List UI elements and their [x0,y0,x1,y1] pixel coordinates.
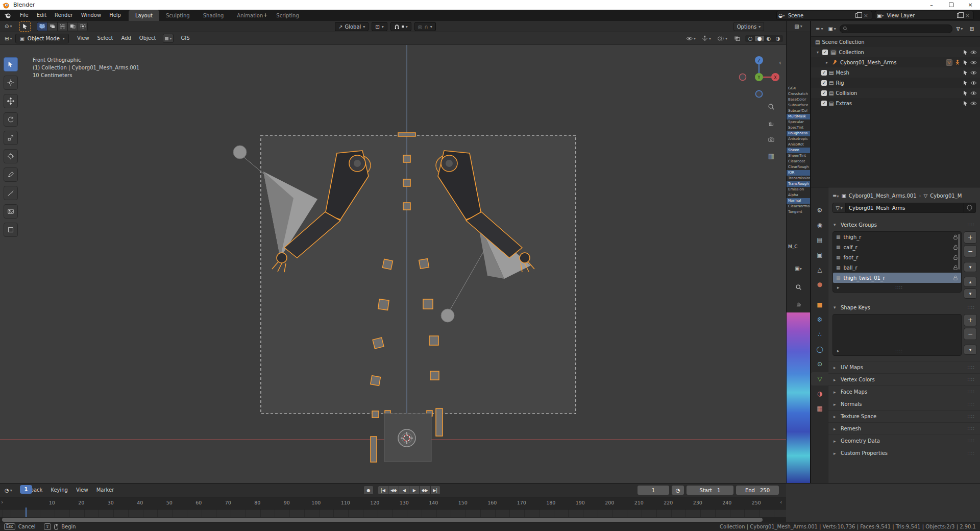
search-input[interactable] [849,26,949,31]
current-frame-field[interactable]: 1 [638,486,669,495]
eye-icon[interactable] [970,70,977,76]
minimize-button[interactable]: – [922,0,941,10]
strip-item[interactable]: SheenTint [787,153,810,159]
strip-item[interactable]: Normal [787,198,810,204]
start-frame-field[interactable]: Start1 [687,486,733,495]
vertex-group-row[interactable]: ▦ ball_r [833,262,961,273]
mode-dropdown[interactable]: ▣ Object Mode▾ [15,34,68,43]
overlays-dropdown[interactable]: ▾ [716,34,729,43]
strip-item[interactable]: SubsurfCol [787,108,810,114]
transport-button[interactable]: ◆▶ [419,486,430,495]
remove-vertex-group-button[interactable]: − [964,245,977,257]
proportional-editing[interactable]: ◎ ∩▾ [414,22,436,31]
vertex-group-row[interactable]: ▦ foot_r [833,252,961,262]
strip-item[interactable]: Emission [787,187,810,192]
strip-item[interactable]: BaseColor [787,97,810,103]
zoom-icon[interactable] [766,101,777,112]
collection-checkbox[interactable]: ✓ [821,90,827,96]
strip-item[interactable]: Specular [787,119,810,125]
workspace-tab[interactable]: Sculpting [159,10,197,21]
grid-ortho-icon[interactable]: ▦ [766,150,777,161]
transport-button[interactable]: ▶ [409,486,419,495]
xray-toggle[interactable] [732,34,742,43]
shape-keys-panel-header[interactable]: ▾ Shape Keys :::: [828,302,980,313]
selectable-icon[interactable] [963,50,968,55]
add-workspace-button[interactable]: + [259,10,272,21]
timeline-menu-item[interactable]: View [72,485,92,496]
selectable-icon[interactable] [963,70,968,76]
move-group-up-button[interactable]: ▴ [964,277,977,287]
strip-options-icon[interactable]: ▣▾ [787,266,810,271]
playhead[interactable] [26,508,27,518]
strip-item[interactable]: Crosshatch [787,91,810,97]
new-scene-icon[interactable] [855,13,860,18]
strip-item[interactable]: Alpha [787,192,810,198]
snap-controls[interactable]: ▾ [390,22,411,31]
properties-tab-physics[interactable]: ◯ [811,343,828,356]
strip-item[interactable]: ClearNormal [787,204,810,209]
gizmos-dropdown[interactable]: ▾ [700,34,713,43]
properties-tab-material[interactable]: ◑ [811,387,828,400]
properties-tab-data[interactable]: ▽ [811,372,828,385]
pan-hand-icon[interactable] [766,117,777,129]
strip-item[interactable]: GGX [787,86,810,91]
tool-gis-primitive[interactable] [4,223,18,237]
eye-icon[interactable] [970,101,977,106]
strip-item[interactable]: IOR [787,170,810,176]
breadcrumb-data[interactable]: Cyborg01_M [930,193,962,199]
active-tool-dropdown[interactable]: ⊙▾ [3,22,13,31]
panel-section-collapsed[interactable]: ▸ Vertex Colors :::: [828,373,980,385]
selectable-icon[interactable] [963,90,968,96]
collection-checkbox[interactable]: ✓ [821,70,827,76]
panel-section-collapsed[interactable]: ▸ Texture Space :::: [828,410,980,422]
vertex-group-specials-menu[interactable]: ▾ [964,262,977,272]
properties-editor-icon[interactable]: ≡▾ [832,193,839,199]
breadcrumb-object[interactable]: Cyborg01_Mesh_Arms.001 [849,193,917,199]
menu-item[interactable]: Edit [33,10,51,21]
properties-tab-output[interactable]: ▤ [811,233,828,247]
collection-checkbox[interactable]: ✓ [822,50,828,55]
eye-icon[interactable] [970,60,977,65]
strip-item[interactable]: Anisotropic [787,136,810,142]
panel-section-collapsed[interactable]: ▸ Remesh :::: [828,422,980,435]
properties-tab-constraints[interactable]: ⊙ [811,357,828,371]
outliner-row-armature-object[interactable]: ▸ Cyborg01_Mesh_Arms ▽ [811,57,980,67]
mode-options-dropdown[interactable]: ▾ [163,34,174,43]
close-button[interactable]: × [961,0,980,10]
strip-item[interactable]: SpecTint [787,125,810,131]
lock-open-icon[interactable] [953,275,958,281]
options-button[interactable]: Options▾ [733,22,764,31]
timeline-menu-item[interactable]: Keying [46,485,72,496]
menu-item[interactable]: Render [51,10,77,21]
panel-section-collapsed[interactable]: ▸ Geometry Data :::: [828,435,980,447]
list-scrollbar[interactable] [958,234,960,270]
timeline-ruler[interactable]: 1020304050607080901001101201301401501601… [0,497,786,509]
shape-key-specials-menu[interactable]: ▾ [964,345,977,355]
tool-rotate[interactable] [4,112,18,127]
outliner-search[interactable] [840,25,952,33]
camera-view-icon[interactable] [766,134,777,145]
workspace-tab[interactable]: Layout [129,10,159,21]
eye-icon[interactable] [970,50,977,55]
eye-icon[interactable] [970,80,977,86]
tool-move[interactable] [4,94,18,108]
blender-app-menu[interactable] [0,10,16,21]
unlink-scene-icon[interactable]: × [862,12,870,19]
outliner-display-mode-dropdown[interactable]: ≡▾ [814,24,824,33]
timeline-menu-item[interactable]: Marker [92,485,118,496]
lock-open-icon[interactable] [953,255,958,260]
tool-select-box[interactable] [4,57,18,71]
expand-icon[interactable]: ▾ [815,50,820,55]
panel-section-collapsed[interactable]: ▸ Custom Properties :::: [828,447,980,459]
properties-tab-modifiers[interactable]: ⚙ [811,313,828,326]
remove-view-layer-icon[interactable]: × [963,12,972,19]
selectable-icon[interactable] [963,80,968,86]
viewport-3d[interactable]: Front Orthographic (1) Collection | Cybo… [0,45,786,483]
properties-tab-scene[interactable]: △ [811,263,828,276]
lock-open-icon[interactable] [953,245,958,250]
outliner-scope-dropdown[interactable]: ▣▾ [826,24,837,33]
strip-item[interactable]: Subsurface [787,103,810,108]
properties-tab-render[interactable]: ◉ [811,219,828,232]
viewport-menu-item[interactable]: Select [93,33,117,44]
transport-button[interactable]: ◀◆ [388,486,399,495]
